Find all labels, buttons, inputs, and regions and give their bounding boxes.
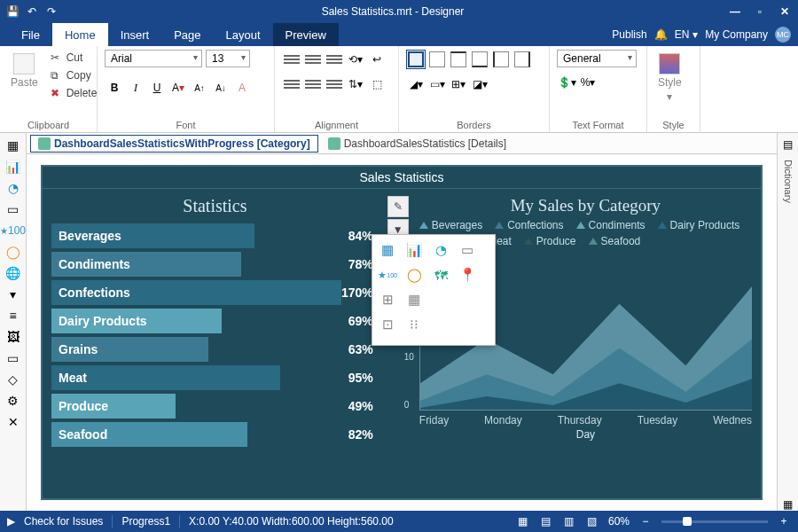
play-icon[interactable]: ▶	[7, 515, 15, 528]
tool-settings-icon[interactable]: ✕	[4, 413, 22, 431]
type-tree-icon[interactable]: ⁝⁝	[404, 315, 424, 334]
type-card-icon[interactable]: ▭	[458, 240, 477, 260]
company-selector[interactable]: My Company	[705, 28, 768, 41]
font-size-combo[interactable]: 13	[206, 50, 250, 67]
align-top-button[interactable]	[282, 74, 301, 94]
tool-globe-icon[interactable]: 🌐	[4, 264, 22, 282]
underline-button[interactable]: U	[147, 78, 167, 98]
fill-color-button[interactable]: ◢▾	[406, 74, 426, 94]
type-calendar-icon[interactable]: ▦	[404, 290, 424, 309]
save-icon[interactable]: 💾	[5, 4, 20, 19]
tool-ring-icon[interactable]: ◯	[4, 243, 22, 261]
view-1-icon[interactable]: ▦	[516, 514, 530, 528]
data-icon[interactable]: ▦	[783, 498, 793, 511]
copy-button[interactable]: ⧉Copy	[47, 67, 101, 83]
delete-button[interactable]: ✖Delete	[47, 85, 101, 101]
align-bottom-button[interactable]	[325, 74, 344, 94]
tool-chart-icon[interactable]: 📊	[4, 158, 22, 176]
tool-slicer-icon[interactable]: ≡	[4, 307, 22, 325]
type-indicator-icon[interactable]: ★100	[378, 265, 397, 285]
merge-button[interactable]: ⬚	[367, 74, 387, 94]
border-left-button[interactable]	[491, 50, 511, 69]
copy-icon: ⧉	[51, 69, 63, 82]
zoom-slider[interactable]	[661, 520, 768, 523]
align-left-button[interactable]	[282, 50, 301, 69]
type-map-icon[interactable]: 🗺	[431, 265, 450, 285]
dashboard-icon	[328, 137, 340, 150]
zoom-in-icon[interactable]: +	[777, 514, 791, 528]
shadow-button[interactable]: ◪▾	[470, 74, 489, 94]
close-icon[interactable]: ✕	[777, 4, 793, 20]
tool-shape-icon[interactable]: ◇	[4, 371, 22, 388]
percent-button[interactable]: %▾	[578, 73, 598, 92]
wrap-button[interactable]: ↩	[367, 50, 387, 69]
border-style-button[interactable]: ⊞▾	[449, 74, 468, 94]
align-center-button[interactable]	[303, 50, 323, 69]
tool-table-icon[interactable]: ▦	[4, 137, 22, 154]
doctab-other[interactable]: DashboardSalesStatistics [Details]	[320, 135, 514, 153]
maximize-icon[interactable]: ▫	[752, 4, 768, 20]
paste-button[interactable]: Paste	[7, 50, 42, 92]
grow-font-button[interactable]: A↑	[190, 78, 209, 98]
publish-button[interactable]: Publish	[612, 28, 646, 41]
tool-image-icon[interactable]: 🖼	[4, 328, 22, 346]
border-none-button[interactable]	[427, 50, 447, 69]
type-table-icon[interactable]: ▦	[378, 240, 397, 260]
shrink-font-button[interactable]: A↓	[211, 78, 231, 98]
align-right-button[interactable]	[325, 50, 344, 69]
tab-insert[interactable]: Insert	[108, 23, 162, 46]
border-right-button[interactable]	[512, 50, 532, 69]
italic-button[interactable]: I	[126, 78, 145, 98]
format-combo[interactable]: General	[557, 50, 637, 67]
doctab-active[interactable]: DashboardSalesStatisticsWithProgress [Ca…	[30, 135, 318, 153]
tool-star-icon[interactable]: ★100	[4, 222, 22, 239]
border-color-button[interactable]: ▭▾	[427, 74, 447, 94]
properties-icon[interactable]: ▤	[783, 138, 793, 151]
tool-gauge-icon[interactable]: ◔	[4, 179, 22, 197]
border-all-button[interactable]	[406, 50, 426, 69]
align-middle-button[interactable]	[303, 74, 323, 94]
tab-home[interactable]: Home	[52, 23, 108, 46]
zoom-out-icon[interactable]: −	[638, 514, 653, 528]
type-chart-icon[interactable]: 📊	[404, 240, 424, 260]
tool-more-icon[interactable]: ⚙	[4, 392, 22, 410]
view-3-icon[interactable]: ▥	[562, 514, 576, 528]
font-color-button[interactable]: A▾	[168, 78, 188, 98]
view-4-icon[interactable]: ▧	[585, 514, 599, 528]
tab-preview[interactable]: Preview	[273, 23, 339, 46]
view-2-icon[interactable]: ▤	[539, 514, 553, 528]
type-pivot-icon[interactable]: ⊡	[378, 315, 397, 334]
type-marker-icon[interactable]: 📍	[458, 265, 477, 285]
type-gauge-icon[interactable]: ◔	[431, 240, 450, 260]
style-button[interactable]: Style▾	[654, 50, 685, 106]
undo-icon[interactable]: ↶	[25, 4, 39, 19]
tool-text-icon[interactable]: ▭	[4, 349, 22, 367]
avatar[interactable]: MC	[775, 27, 791, 43]
type-progress-icon[interactable]: ◯	[404, 265, 424, 285]
language-selector[interactable]: EN ▾	[675, 28, 699, 41]
tab-file[interactable]: File	[9, 23, 52, 46]
clear-format-button[interactable]: A	[232, 78, 252, 98]
bold-button[interactable]: B	[105, 78, 124, 98]
rotate-button[interactable]: ⟲▾	[346, 50, 365, 69]
tool-filter-icon[interactable]: ▾	[4, 286, 22, 303]
legend-item: Seafood	[589, 235, 641, 247]
currency-button[interactable]: 💲▾	[557, 73, 576, 92]
line-height-button[interactable]: ⇅▾	[346, 74, 365, 94]
tab-layout[interactable]: Layout	[214, 23, 273, 46]
minimize-icon[interactable]: —	[727, 4, 743, 20]
dictionary-tab[interactable]: Dictionary	[781, 156, 795, 207]
redo-icon[interactable]: ↷	[44, 4, 59, 19]
border-bottom-button[interactable]	[470, 50, 489, 69]
tool-card-icon[interactable]: ▭	[4, 200, 22, 218]
type-grid-icon[interactable]: ⊞	[378, 290, 397, 309]
cut-button[interactable]: ✂Cut	[47, 50, 101, 66]
status-check[interactable]: Check for Issues	[24, 515, 103, 528]
border-top-button[interactable]	[449, 50, 468, 69]
edit-icon[interactable]: ✎	[387, 196, 409, 217]
tab-page[interactable]: Page	[161, 23, 213, 46]
design-canvas[interactable]: Sales Statistics Statistics Beverages84%…	[27, 154, 777, 511]
stats-panel[interactable]: Statistics Beverages84%Condiments78%Conf…	[43, 189, 387, 497]
bell-icon[interactable]: 🔔	[654, 28, 668, 41]
font-family-combo[interactable]: Arial	[105, 50, 202, 67]
